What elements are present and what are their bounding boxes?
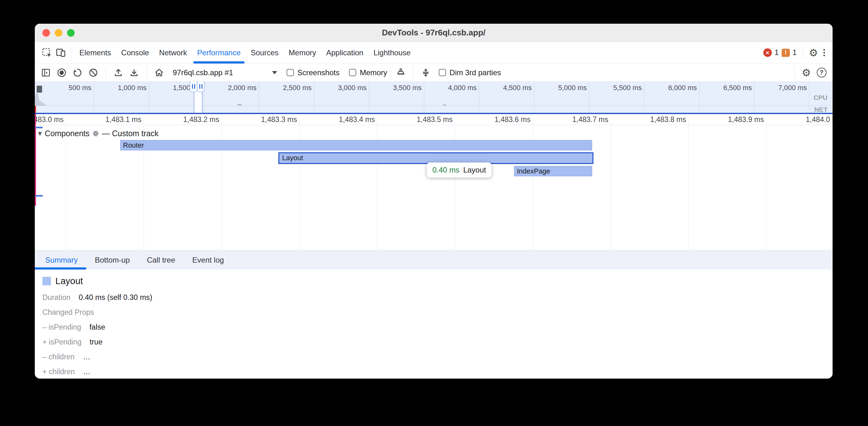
scroll-indicator bbox=[35, 195, 43, 197]
flame-bar-indexpage[interactable]: IndexPage bbox=[514, 166, 592, 176]
gridline bbox=[611, 126, 611, 250]
gridline bbox=[644, 81, 644, 113]
summary-title: Layout bbox=[55, 276, 83, 286]
gridline bbox=[94, 81, 94, 113]
close-window-button[interactable] bbox=[42, 29, 50, 37]
summary-pane: Layout Duration 0.40 ms (self 0.30 ms) C… bbox=[35, 269, 833, 376]
components-track-header[interactable]: ▼ Components — Custom track bbox=[38, 129, 158, 138]
flame-bar-router[interactable]: Router bbox=[120, 140, 592, 151]
summary-row: – isPending false bbox=[42, 323, 833, 331]
clear-button[interactable] bbox=[87, 66, 100, 79]
screenshots-checkbox[interactable]: Screenshots bbox=[287, 68, 339, 77]
more-options-kebab-icon[interactable] bbox=[821, 49, 828, 56]
settings-gear-icon[interactable]: ⚙ bbox=[809, 48, 818, 58]
tab-summary[interactable]: Summary bbox=[35, 251, 86, 269]
error-badge-icon[interactable]: × bbox=[763, 48, 772, 57]
active-tab-underline bbox=[35, 267, 86, 269]
tab-memory[interactable]: Memory bbox=[284, 42, 321, 64]
scroll-indicator bbox=[35, 127, 43, 128]
summary-row: + isPending true bbox=[42, 338, 833, 347]
save-profile-icon[interactable] bbox=[127, 66, 141, 79]
gridline bbox=[66, 126, 66, 250]
gridline bbox=[688, 126, 689, 250]
error-count: 1 bbox=[775, 48, 779, 57]
tab-lighthouse[interactable]: Lighthouse bbox=[369, 42, 416, 64]
load-profile-icon[interactable] bbox=[112, 66, 125, 79]
overview-tick: 500 ms bbox=[69, 84, 91, 92]
minimize-window-button[interactable] bbox=[55, 29, 62, 37]
cpu-activity-chart bbox=[443, 104, 446, 105]
window-title: DevTools - 97r6ql.csb.app/ bbox=[35, 24, 833, 41]
tab-elements[interactable]: Elements bbox=[74, 42, 116, 64]
capture-settings-gear-icon[interactable]: ⚙ bbox=[800, 66, 813, 79]
checkbox-box[interactable] bbox=[349, 69, 356, 76]
live-metrics-home-icon[interactable] bbox=[152, 66, 166, 79]
overview-tick: 1,000 ms bbox=[118, 84, 147, 92]
dim-3rd-parties-checkbox[interactable]: Dim 3rd parties bbox=[439, 68, 501, 77]
inspect-element-icon[interactable] bbox=[40, 46, 54, 60]
record-and-reload-button[interactable] bbox=[71, 66, 84, 79]
tab-call-tree[interactable]: Call tree bbox=[138, 251, 183, 269]
overview-tick: 3,000 ms bbox=[338, 84, 367, 92]
tab-sources[interactable]: Sources bbox=[246, 42, 284, 64]
tab-application[interactable]: Application bbox=[321, 42, 368, 64]
gridline bbox=[369, 81, 369, 113]
overview-tick: 2,500 ms bbox=[283, 84, 312, 92]
ruler-mark bbox=[766, 122, 767, 125]
divider bbox=[147, 67, 147, 78]
toolbar-right-group: ⚙ ? bbox=[791, 66, 828, 79]
ruler-mark bbox=[299, 122, 300, 125]
selection-left-handle[interactable] bbox=[189, 81, 197, 92]
toggle-sidebar-icon[interactable] bbox=[39, 66, 53, 79]
timeline-overview[interactable]: 500 ms 1,000 ms 1,500 ms 2,000 ms 2,500 … bbox=[35, 81, 833, 113]
collect-garbage-icon[interactable] bbox=[394, 66, 407, 79]
tab-performance[interactable]: Performance bbox=[192, 42, 245, 64]
overview-tick: 6,000 ms bbox=[669, 84, 697, 92]
gridline bbox=[766, 126, 767, 250]
performance-toolbar: 97r6ql.csb.app #1 Screenshots Memory bbox=[35, 64, 833, 81]
divider bbox=[71, 47, 71, 59]
help-icon[interactable]: ? bbox=[815, 66, 828, 79]
ruler-mark bbox=[221, 122, 222, 125]
atom-icon bbox=[92, 130, 99, 137]
titlebar: DevTools - 97r6ql.csb.app/ bbox=[35, 24, 833, 42]
chevron-down-icon bbox=[272, 71, 277, 74]
device-toolbar-icon[interactable] bbox=[54, 46, 68, 60]
issues-badge-icon[interactable]: ! bbox=[782, 49, 790, 57]
selection-right-handle[interactable] bbox=[197, 81, 205, 92]
summary-row: – children … bbox=[42, 353, 833, 361]
tab-event-log[interactable]: Event log bbox=[184, 251, 232, 269]
record-button[interactable] bbox=[55, 66, 68, 79]
compress-arrows-icon[interactable] bbox=[419, 66, 432, 79]
checkbox-box[interactable] bbox=[287, 69, 294, 76]
ruler-mark bbox=[377, 122, 377, 125]
gridline bbox=[809, 81, 809, 113]
ruler-mark bbox=[688, 122, 689, 125]
ruler-tick: 1,483.6 ms bbox=[494, 116, 530, 124]
devtools-window: DevTools - 97r6ql.csb.app/ Elements Cons… bbox=[35, 24, 833, 379]
collapse-triangle-icon[interactable]: ▼ bbox=[38, 131, 42, 136]
ruler-tick: 1,483.4 ms bbox=[339, 116, 375, 124]
details-tabbar: Summary Bottom-up Call tree Event log bbox=[35, 250, 833, 269]
summary-row: Changed Props bbox=[42, 308, 833, 317]
gridline bbox=[314, 81, 314, 113]
cpu-net-divider bbox=[35, 105, 833, 106]
zoom-window-button[interactable] bbox=[67, 29, 75, 37]
summary-row: + children … bbox=[42, 367, 833, 376]
history-dropdown[interactable]: 97r6ql.csb.app #1 bbox=[173, 68, 277, 77]
checkbox-box[interactable] bbox=[439, 69, 446, 76]
ruler-tick: 1,483.0 ms bbox=[35, 116, 64, 124]
tab-console[interactable]: Console bbox=[116, 42, 154, 64]
summary-title-row: Layout bbox=[42, 276, 833, 286]
ruler-mark bbox=[611, 122, 611, 125]
flame-chart[interactable]: ▼ Components — Custom track Router Layou… bbox=[35, 125, 833, 250]
memory-checkbox[interactable]: Memory bbox=[349, 68, 387, 77]
active-tab-underline bbox=[193, 61, 244, 64]
ruler-tick: 1,483.9 ms bbox=[728, 116, 764, 124]
tab-network[interactable]: Network bbox=[154, 42, 192, 64]
gridline bbox=[479, 81, 479, 113]
ruler-tick: 1,483.8 ms bbox=[650, 116, 686, 124]
tab-bottom-up[interactable]: Bottom-up bbox=[86, 251, 138, 269]
overview-tick: 5,000 ms bbox=[558, 84, 587, 92]
overview-tick: 6,500 ms bbox=[723, 84, 752, 92]
